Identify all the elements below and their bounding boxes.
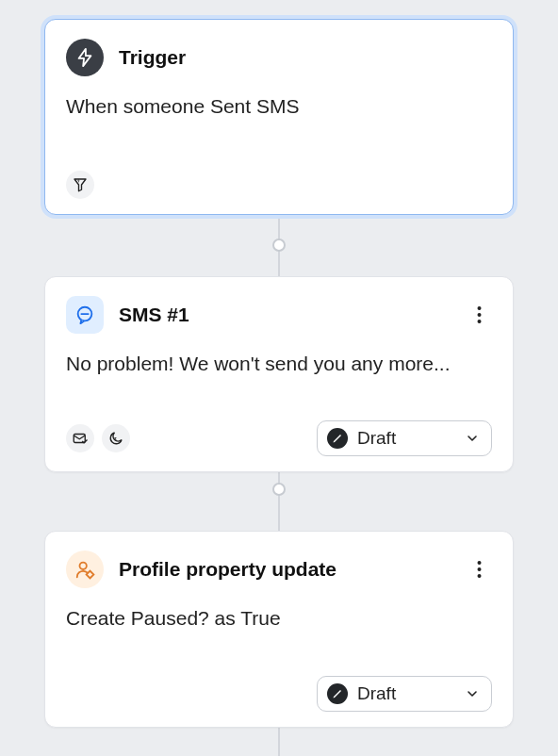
flow-canvas[interactable]: Trigger When someone Sent SMS <box>0 0 558 756</box>
card-title: SMS #1 <box>119 304 189 326</box>
profile-icon <box>66 551 104 588</box>
svg-text:z: z <box>114 436 117 441</box>
card-body: Create Paused? as True <box>66 605 492 632</box>
svg-point-9 <box>477 561 481 565</box>
card-body: When someone Sent SMS <box>66 93 492 120</box>
status-label: Draft <box>357 683 455 704</box>
status-dropdown[interactable]: Draft <box>317 420 492 456</box>
pencil-icon <box>327 683 348 704</box>
flow-connector <box>278 472 280 531</box>
card-title: Trigger <box>119 46 186 69</box>
more-menu-button[interactable] <box>466 302 492 328</box>
email-check-icon[interactable] <box>66 424 94 452</box>
card-title: Profile property update <box>119 558 336 581</box>
chevron-down-icon <box>465 686 480 701</box>
sms-icon <box>66 296 104 334</box>
svg-point-11 <box>477 574 481 578</box>
svg-point-3 <box>477 313 481 317</box>
profile-update-card[interactable]: Profile property update Create Paused? a… <box>44 531 514 728</box>
card-body: No problem! We won't send you any more..… <box>66 351 492 377</box>
lightning-icon <box>66 39 104 76</box>
filter-lightning-icon[interactable] <box>66 171 94 199</box>
sms-card[interactable]: SMS #1 No problem! We won't send you any… <box>44 276 514 472</box>
status-label: Draft <box>357 428 455 449</box>
add-node-joint[interactable] <box>272 238 286 252</box>
svg-point-2 <box>477 306 481 310</box>
pencil-icon <box>327 428 348 449</box>
more-menu-button[interactable] <box>466 556 492 583</box>
svg-point-4 <box>477 320 481 323</box>
add-node-joint[interactable] <box>272 483 286 496</box>
svg-point-10 <box>477 567 481 571</box>
trigger-card[interactable]: Trigger When someone Sent SMS <box>44 19 514 215</box>
status-dropdown[interactable]: Draft <box>317 676 492 712</box>
quiet-hours-icon[interactable]: z <box>102 424 130 452</box>
flow-connector <box>278 728 280 756</box>
chevron-down-icon <box>465 431 480 446</box>
svg-point-7 <box>80 563 87 569</box>
